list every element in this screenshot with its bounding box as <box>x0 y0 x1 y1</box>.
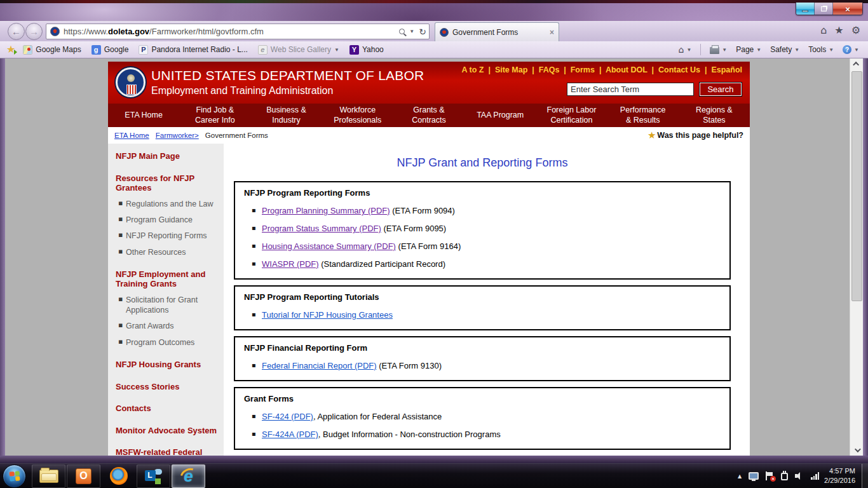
favorite-yahoo[interactable]: YYahoo <box>347 44 386 56</box>
link-site-map[interactable]: Site Map <box>495 65 539 74</box>
firefox-icon <box>110 467 128 485</box>
refresh-icon[interactable]: ↻ <box>419 27 426 36</box>
form-link-sf424[interactable]: SF-424 (PDF) <box>262 412 313 421</box>
link-espanol[interactable]: Español <box>711 65 742 74</box>
scroll-down-button[interactable] <box>850 445 864 456</box>
nav-item-taa-program[interactable]: TAA Program <box>465 104 536 127</box>
nav-item-regions-states[interactable]: Regions & States <box>679 104 750 127</box>
start-button[interactable] <box>3 464 26 488</box>
scrollbar-thumb[interactable] <box>851 71 862 301</box>
sidebar-heading-employment-training-grants[interactable]: NFJP Employment and Training Grants <box>116 269 219 289</box>
form-item: Federal Financial Report (PDF) (ETA Form… <box>244 361 722 370</box>
nav-item-eta-home[interactable]: ETA Home <box>108 104 179 127</box>
gear-icon[interactable]: ⚙ <box>851 25 860 36</box>
link-faqs[interactable]: FAQs <box>539 65 571 74</box>
favorite-web-slice-gallery[interactable]: eWeb Slice Gallery▼ <box>255 44 342 56</box>
action-center-flag-icon[interactable]: × <box>766 471 774 480</box>
scroll-up-button[interactable] <box>850 58 864 69</box>
sidebar-item-success-stories[interactable]: Success Stories <box>116 382 219 392</box>
system-tray: ▲ × <box>738 471 819 480</box>
taskbar-icon-firefox[interactable] <box>102 464 135 488</box>
volume-icon[interactable] <box>795 472 804 480</box>
back-button[interactable]: ← <box>8 23 25 40</box>
tools-menu[interactable]: Tools▼ <box>808 45 834 54</box>
nav-item-grants-contracts[interactable]: Grants & Contracts <box>393 104 465 127</box>
form-link-program-planning-summary[interactable]: Program Planning Summary (PDF) <box>262 206 390 215</box>
home-menu[interactable]: ⌂▼ <box>679 44 692 55</box>
restore-icon <box>821 6 827 11</box>
taskbar-icon-explorer[interactable] <box>32 464 65 488</box>
header-search: Search <box>567 82 742 97</box>
chevron-up-icon <box>853 62 859 68</box>
window-border <box>0 456 868 463</box>
link-about-dol[interactable]: About DOL <box>606 65 658 74</box>
add-favorite-icon[interactable]: ★ <box>6 44 15 55</box>
search-button[interactable]: Search <box>699 82 742 97</box>
chevron-down-icon: ▼ <box>854 47 859 53</box>
form-item: WIASPR (PDF) (Standardized Participant R… <box>244 259 722 269</box>
sidebar-item-contacts[interactable]: Contacts <box>116 403 219 414</box>
nav-item-performance-results[interactable]: Performance & Results <box>607 104 679 127</box>
print-menu[interactable]: ▼ <box>710 45 727 54</box>
sidebar-item-grant-awards[interactable]: Grant Awards <box>116 321 219 331</box>
form-link-wiaspr[interactable]: WIASPR (PDF) <box>262 259 319 269</box>
display-tray-icon[interactable] <box>749 472 759 480</box>
favorites-star-icon[interactable]: ★ <box>834 25 843 36</box>
vertical-scrollbar[interactable] <box>850 58 863 456</box>
sidebar-item-program-outcomes[interactable]: Program Outcomes <box>116 337 219 348</box>
link-a-to-z[interactable]: A to Z <box>462 65 495 74</box>
show-desktop-button[interactable] <box>862 464 868 488</box>
link-contact-us[interactable]: Contact Us <box>658 65 711 74</box>
power-plug-icon[interactable] <box>781 473 788 480</box>
page-menu[interactable]: Page▼ <box>736 45 761 54</box>
address-bar[interactable]: https://www.doleta.gov/Farmworker/html/g… <box>46 24 430 39</box>
favorite-google[interactable]: gGoogle <box>89 44 132 56</box>
sidebar-item-program-guidance[interactable]: Program Guidance <box>116 215 219 225</box>
favorite-pandora[interactable]: PPandora Internet Radio - L... <box>136 44 250 56</box>
taskbar-clock[interactable]: 4:57 PM 2/29/2016 <box>824 466 855 486</box>
network-signal-icon[interactable] <box>811 472 819 480</box>
favorite-google-maps[interactable]: Google Maps <box>20 44 83 56</box>
hidden-icons-arrow[interactable]: ▲ <box>738 473 742 479</box>
dol-seal-logo[interactable] <box>116 67 146 97</box>
sidebar-item-nfjp-reporting-forms[interactable]: NFJP Reporting Forms <box>116 231 219 241</box>
sidebar-item-other-resources[interactable]: Other Resources <box>116 247 219 257</box>
form-link-program-status-summary[interactable]: Program Status Summary (PDF) <box>262 224 381 233</box>
sidebar-item-monitor-advocate[interactable]: Monitor Advocate System <box>116 426 219 436</box>
window-border <box>0 58 5 463</box>
taskbar-icon-outlook[interactable]: O <box>67 464 100 488</box>
window-close-button[interactable]: × <box>833 3 862 15</box>
form-link-tutorial-housing-grantees[interactable]: Tutorial for NFJP Housing Grantees <box>262 310 393 320</box>
help-menu[interactable]: ?▼ <box>843 45 859 54</box>
form-link-federal-financial-report[interactable]: Federal Financial Report (PDF) <box>262 361 377 370</box>
was-this-page-helpful[interactable]: ★ Was this page helpful? <box>648 131 743 140</box>
sidebar-item-regulations[interactable]: Regulations and the Law <box>116 199 219 209</box>
breadcrumb-link-farmworker[interactable]: Farmworker> <box>156 132 199 139</box>
safety-menu[interactable]: Safety▼ <box>770 45 799 54</box>
window-restore-button[interactable] <box>815 3 833 15</box>
sidebar-item-solicitation[interactable]: Solicitation for Grant Applications <box>116 295 219 316</box>
window-minimize-button[interactable] <box>796 3 815 15</box>
taskbar-icon-internet-explorer[interactable]: e <box>172 464 205 488</box>
nav-item-business-industry[interactable]: Business & Industry <box>250 104 322 127</box>
tab-government-forms[interactable]: Government Forms × <box>435 22 559 41</box>
sidebar-item-nfjp-main-page[interactable]: NFJP Main Page <box>116 151 219 161</box>
nav-item-find-job[interactable]: Find Job & Career Info <box>179 104 250 127</box>
link-forms[interactable]: Forms <box>571 65 606 74</box>
sidebar-heading-resources[interactable]: Resources for NFJP Grantees <box>116 173 219 193</box>
sidebar-item-nfjp-housing-grants[interactable]: NFJP Housing Grants <box>116 360 219 370</box>
forward-button[interactable]: → <box>25 23 43 40</box>
tab-close-icon[interactable]: × <box>550 28 554 37</box>
search-icon[interactable] <box>399 29 405 34</box>
address-dropdown-icon[interactable]: ▼ <box>409 29 414 34</box>
search-input[interactable] <box>567 83 694 96</box>
home-icon[interactable]: ⌂ <box>820 25 827 36</box>
nav-item-foreign-labor[interactable]: Foreign Labor Certification <box>536 104 607 127</box>
nav-item-workforce-professionals[interactable]: Workforce Professionals <box>322 104 393 127</box>
helpful-label: Was this page helpful? <box>657 131 743 140</box>
breadcrumb-link-eta-home[interactable]: ETA Home <box>114 132 149 139</box>
sidebar-item-msfw-programs[interactable]: MSFW-related Federal Programs <box>116 447 219 456</box>
form-link-sf424a[interactable]: SF-424A (PDF) <box>262 430 318 439</box>
form-link-housing-assistance-summary[interactable]: Housing Assistance Summary (PDF) <box>262 241 396 251</box>
taskbar-icon-lync[interactable]: L <box>137 464 170 488</box>
